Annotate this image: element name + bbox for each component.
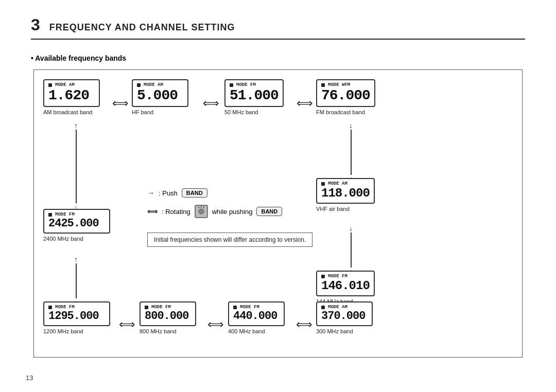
legend-area: → : Push BAND ⟺ : Rotating while pushing… [147,188,312,247]
display-fm-1295000: MODE FM 1295.000 1200 MHz band [43,301,110,334]
chapter-header: 3 FREQUENCY AND CHANNEL SETTING [31,15,525,40]
lcd-dot [321,275,325,278]
display-fm-440000: MODE FM 440.000 400 MHz band [228,301,285,334]
page: 3 FREQUENCY AND CHANNEL SETTING • Availa… [0,0,556,373]
display-am-370000: MODE AM 370.000 300 MHz band [316,301,373,334]
display-fm-146010: MODE FM 146.010 144 MHz band [316,271,375,305]
legend-push: → : Push BAND [147,188,312,198]
arrow-fm-vhf: ↓ ↑ [349,121,353,183]
lcd-fm-800000: MODE FM 800.000 [140,301,196,326]
display-am-1620: MODE AM 1.620 AM broadcast band [43,79,100,115]
lcd-dot [145,306,148,309]
lcd-am-370000: MODE AM 370.000 [316,301,373,326]
lcd-wfm-76000: MODE WFM 76.000 [316,79,375,107]
display-wfm-76000: MODE WFM 76.000 FM broadcast band [316,79,375,115]
lcd-dot [48,306,52,309]
lcd-dot [321,182,325,186]
lcd-dot [48,83,52,87]
display-fm-2425000: MODE FM 2425.000 2400 MHz band [43,209,110,242]
lcd-dot [321,306,325,309]
tuning-knob-icon [195,205,208,218]
lcd-fm-146010: MODE FM 146.010 [316,271,375,296]
display-am-118000: MODE AM 118.000 VHF air band [316,178,375,212]
arrow-400mhz-300mhz: ⟺ [296,318,312,331]
chapter-number: 3 [31,15,40,34]
lcd-dot [321,83,325,87]
legend-rotate: ⟺ : Rotating while pushing BAND [147,205,312,218]
arrow-800mhz-400mhz: ⟺ [207,318,224,331]
arrow-am-hf: ⟺ [112,97,129,110]
arrow-vhf-144mhz: ↓ ↑ [349,224,353,276]
lcd-fm-51000: MODE FM 51.000 [224,79,284,107]
lcd-dot [233,306,237,309]
chapter-title: FREQUENCY AND CHANNEL SETTING [49,22,235,33]
frequency-diagram: MODE AM 1.620 AM broadcast band ⟺ MODE A… [33,69,523,358]
page-number: 13 [26,374,33,382]
section-title: • Available frequency bands [31,54,525,62]
display-fm-51000: MODE FM 51.000 50 MHz band [224,79,284,115]
arrow-am-2400mhz: ↑ ↓ [74,121,78,211]
arrow-2400mhz-1200mhz: ↑ ↓ [74,255,78,307]
lcd-dot [137,83,141,87]
lcd-am-5000: MODE AM 5.000 [132,79,188,107]
lcd-am-1620: MODE AM 1.620 [43,79,100,107]
lcd-dot [230,83,233,87]
display-fm-800000: MODE FM 800.000 800 MHz band [140,301,196,334]
lcd-dot [48,213,52,217]
lcd-fm-1295000: MODE FM 1295.000 [43,301,110,326]
arrow-hf-50mhz: ⟺ [203,97,219,110]
svg-point-1 [199,209,204,214]
arrow-50mhz-fm: ⟺ [297,97,313,110]
note-box: Initial frequencies shown will differ ac… [147,233,312,247]
display-am-5000: MODE AM 5.000 HF band [132,79,188,115]
arrow-1200mhz-800mhz: ⟺ [119,318,135,331]
lcd-am-118000: MODE AM 118.000 [316,178,375,204]
lcd-fm-440000: MODE FM 440.000 [228,301,285,326]
lcd-fm-2425000: MODE FM 2425.000 [43,209,110,234]
